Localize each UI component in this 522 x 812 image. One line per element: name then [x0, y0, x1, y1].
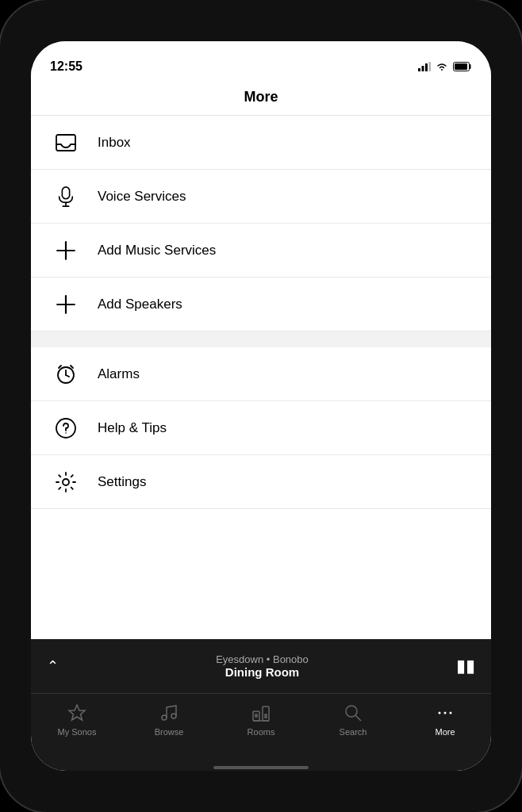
svg-rect-1 — [422, 66, 424, 71]
inbox-icon — [50, 127, 82, 159]
svg-point-21 — [63, 479, 69, 485]
now-playing-room: Dining Room — [68, 665, 456, 679]
settings-label: Settings — [98, 474, 146, 490]
now-playing-bar[interactable]: ⌃ Eyesdown • Bonobo Dining Room ▮▮ — [31, 639, 491, 693]
menu-item-add-speakers[interactable]: Add Speakers — [31, 278, 491, 331]
search-icon — [342, 702, 364, 724]
svg-point-20 — [65, 432, 67, 434]
tab-my-sonos[interactable]: My Sonos — [31, 702, 123, 737]
battery-icon — [453, 62, 472, 71]
svg-line-31 — [356, 716, 362, 722]
status-icons — [418, 62, 472, 71]
tab-bar: My Sonos Browse — [31, 693, 491, 764]
alarms-label: Alarms — [98, 366, 140, 382]
microphone-icon — [50, 181, 82, 213]
tab-rooms[interactable]: Rooms — [215, 702, 307, 737]
tab-search-label: Search — [340, 727, 367, 737]
status-time: 12:55 — [50, 59, 83, 74]
app-header: More — [31, 81, 491, 116]
add-music-icon — [50, 235, 82, 266]
menu-divider — [31, 331, 491, 347]
expand-icon[interactable]: ⌃ — [47, 657, 59, 675]
menu-item-inbox[interactable]: Inbox — [31, 116, 491, 170]
svg-line-17 — [59, 366, 61, 368]
wifi-icon — [436, 62, 448, 71]
svg-line-18 — [71, 366, 73, 368]
tab-browse-label: Browse — [155, 727, 184, 737]
svg-rect-26 — [263, 707, 269, 721]
now-playing-info: Eyesdown • Bonobo Dining Room — [68, 653, 456, 679]
tab-my-sonos-label: My Sonos — [58, 727, 97, 737]
notch — [198, 0, 324, 22]
svg-point-34 — [450, 712, 452, 714]
signal-icon — [418, 62, 431, 71]
svg-rect-2 — [425, 63, 428, 71]
svg-rect-28 — [255, 714, 257, 717]
svg-rect-29 — [265, 714, 267, 718]
svg-rect-6 — [56, 135, 75, 151]
add-speakers-icon — [50, 289, 82, 320]
home-bar — [213, 766, 309, 769]
svg-rect-25 — [253, 711, 259, 721]
help-tips-label: Help & Tips — [98, 420, 167, 436]
menu-item-alarms[interactable]: Alarms — [31, 347, 491, 401]
tab-more[interactable]: More — [399, 702, 491, 737]
svg-line-16 — [66, 375, 69, 377]
home-indicator — [31, 764, 491, 771]
add-music-label: Add Music Services — [98, 243, 216, 259]
tab-search[interactable]: Search — [307, 702, 399, 737]
tab-rooms-label: Rooms — [248, 727, 275, 737]
voice-services-label: Voice Services — [98, 189, 186, 205]
music-icon — [158, 702, 180, 724]
svg-marker-22 — [69, 705, 85, 720]
menu-list: Inbox Voice Services — [31, 116, 491, 639]
menu-item-help-tips[interactable]: Help & Tips — [31, 401, 491, 455]
status-bar: 12:55 — [31, 41, 491, 81]
tab-more-label: More — [435, 727, 455, 737]
now-playing-song: Eyesdown • Bonobo — [68, 653, 456, 665]
menu-item-settings[interactable]: Settings — [31, 455, 491, 509]
tab-browse[interactable]: Browse — [123, 702, 215, 737]
help-icon — [50, 412, 82, 444]
rooms-icon — [250, 702, 272, 724]
phone-screen: 12:55 — [31, 41, 491, 771]
more-icon — [434, 702, 456, 724]
svg-point-33 — [444, 712, 447, 714]
svg-rect-7 — [62, 186, 69, 198]
page-title: More — [47, 89, 475, 105]
menu-item-add-music-services[interactable]: Add Music Services — [31, 224, 491, 278]
menu-item-voice-services[interactable]: Voice Services — [31, 170, 491, 224]
svg-rect-5 — [455, 63, 467, 70]
svg-point-24 — [171, 714, 176, 718]
svg-point-32 — [439, 712, 441, 714]
settings-icon — [50, 466, 82, 498]
pause-button[interactable]: ▮▮ — [456, 656, 475, 676]
star-icon — [66, 702, 88, 724]
svg-point-30 — [346, 706, 357, 717]
svg-rect-3 — [429, 62, 432, 71]
phone-frame: 12:55 — [0, 0, 522, 812]
svg-rect-0 — [418, 68, 420, 71]
alarm-icon — [50, 358, 82, 390]
svg-point-23 — [162, 715, 167, 720]
inbox-label: Inbox — [98, 135, 131, 151]
add-speakers-label: Add Speakers — [98, 297, 182, 312]
